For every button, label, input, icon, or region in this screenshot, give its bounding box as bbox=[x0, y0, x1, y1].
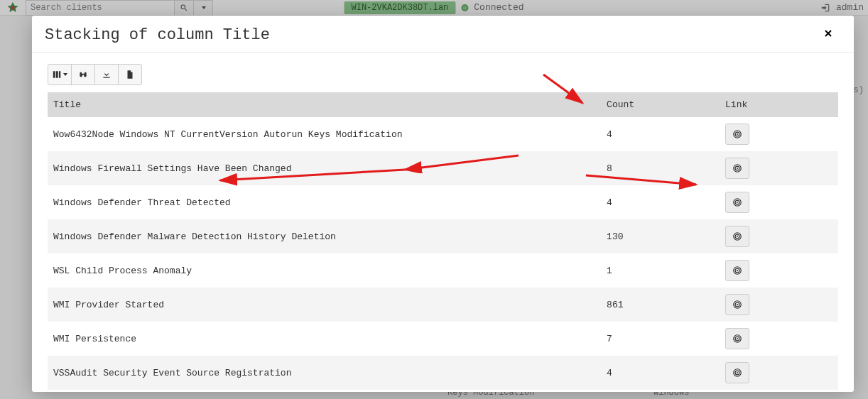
close-icon bbox=[823, 28, 834, 39]
cell-count: 861 bbox=[601, 288, 720, 322]
col-header-count[interactable]: Count bbox=[601, 92, 720, 117]
col-header-link[interactable]: Link bbox=[720, 92, 838, 117]
cell-count: 7 bbox=[601, 322, 720, 356]
find-button[interactable] bbox=[71, 64, 95, 85]
link-button[interactable] bbox=[725, 192, 749, 213]
svg-point-12 bbox=[737, 236, 738, 237]
table-row: Windows Defender Malware Detection Histo… bbox=[48, 219, 838, 253]
cell-count: 4 bbox=[601, 185, 720, 219]
cell-link bbox=[720, 117, 838, 151]
cell-count: 8 bbox=[601, 151, 720, 185]
svg-point-15 bbox=[737, 270, 738, 271]
cell-title: WMI Provider Started bbox=[48, 288, 601, 322]
table-row: VSSAudit Security Event Source Registrat… bbox=[48, 356, 838, 390]
target-icon bbox=[732, 266, 742, 275]
link-button[interactable] bbox=[725, 158, 749, 179]
cell-title: WMI Persistence bbox=[48, 322, 601, 356]
table-row: User Logoff Event736 bbox=[48, 390, 838, 392]
table-row: WMI Provider Started861 bbox=[48, 288, 838, 322]
cell-link bbox=[720, 322, 838, 356]
cell-count: 1 bbox=[601, 253, 720, 288]
target-icon bbox=[732, 300, 742, 310]
cell-count: 130 bbox=[601, 219, 720, 253]
table-toolbar bbox=[48, 64, 838, 85]
cell-count: 4 bbox=[601, 117, 720, 151]
cell-title: Windows Defender Threat Detected bbox=[48, 185, 601, 219]
svg-point-9 bbox=[737, 202, 738, 203]
svg-point-21 bbox=[737, 338, 738, 339]
svg-point-18 bbox=[737, 304, 738, 305]
target-icon bbox=[732, 231, 742, 241]
download-icon bbox=[102, 70, 112, 80]
table-row: WSL Child Process Anomaly1 bbox=[48, 253, 838, 288]
cell-link bbox=[720, 390, 838, 392]
target-icon bbox=[732, 129, 742, 139]
link-button[interactable] bbox=[725, 328, 749, 349]
link-button[interactable] bbox=[725, 226, 749, 247]
modal-header: Stacking of column Title bbox=[32, 16, 854, 53]
columns-button[interactable] bbox=[48, 64, 72, 85]
svg-point-6 bbox=[737, 168, 738, 169]
link-button[interactable] bbox=[725, 294, 749, 315]
modal-body: Title Count Link Wow6432Node Windows NT … bbox=[32, 53, 854, 392]
cell-link bbox=[720, 185, 838, 219]
modal-title: Stacking of column Title bbox=[45, 26, 270, 44]
target-icon bbox=[732, 368, 742, 378]
cell-link bbox=[720, 219, 838, 253]
stacking-modal: Stacking of column Title Title Co bbox=[32, 16, 854, 392]
target-icon bbox=[732, 334, 742, 344]
binoculars-icon bbox=[78, 70, 88, 80]
download-button[interactable] bbox=[94, 64, 119, 85]
cell-title: Windows Defender Malware Detection Histo… bbox=[48, 219, 601, 253]
table-row: Wow6432Node Windows NT CurrentVersion Au… bbox=[48, 117, 838, 151]
columns-icon bbox=[52, 70, 62, 80]
cell-link bbox=[720, 151, 838, 185]
link-button[interactable] bbox=[725, 362, 749, 383]
close-button[interactable] bbox=[818, 26, 838, 45]
chevron-down-icon bbox=[63, 73, 67, 76]
target-icon bbox=[732, 197, 742, 207]
col-header-title[interactable]: Title bbox=[48, 92, 601, 117]
file-icon bbox=[125, 70, 135, 80]
stacking-table: Title Count Link Wow6432Node Windows NT … bbox=[48, 92, 838, 392]
cell-title: WSL Child Process Anomaly bbox=[48, 253, 601, 288]
cell-title: Wow6432Node Windows NT CurrentVersion Au… bbox=[48, 117, 601, 151]
cell-title: User Logoff Event bbox=[48, 390, 601, 392]
link-button[interactable] bbox=[725, 260, 749, 281]
cell-link bbox=[720, 356, 838, 390]
svg-point-3 bbox=[737, 133, 738, 135]
cell-count: 4 bbox=[601, 356, 720, 390]
target-icon bbox=[732, 163, 742, 173]
svg-point-24 bbox=[737, 372, 738, 373]
export-button[interactable] bbox=[118, 64, 142, 85]
cell-title: Windows Firewall Settings Have Been Chan… bbox=[48, 151, 601, 185]
cell-link bbox=[720, 288, 838, 322]
table-row: Windows Defender Threat Detected4 bbox=[48, 185, 838, 219]
cell-count: 736 bbox=[601, 390, 720, 392]
link-button[interactable] bbox=[725, 124, 749, 145]
table-row: WMI Persistence7 bbox=[48, 322, 838, 356]
table-row: Windows Firewall Settings Have Been Chan… bbox=[48, 151, 838, 185]
cell-link bbox=[720, 253, 838, 288]
cell-title: VSSAudit Security Event Source Registrat… bbox=[48, 356, 601, 390]
